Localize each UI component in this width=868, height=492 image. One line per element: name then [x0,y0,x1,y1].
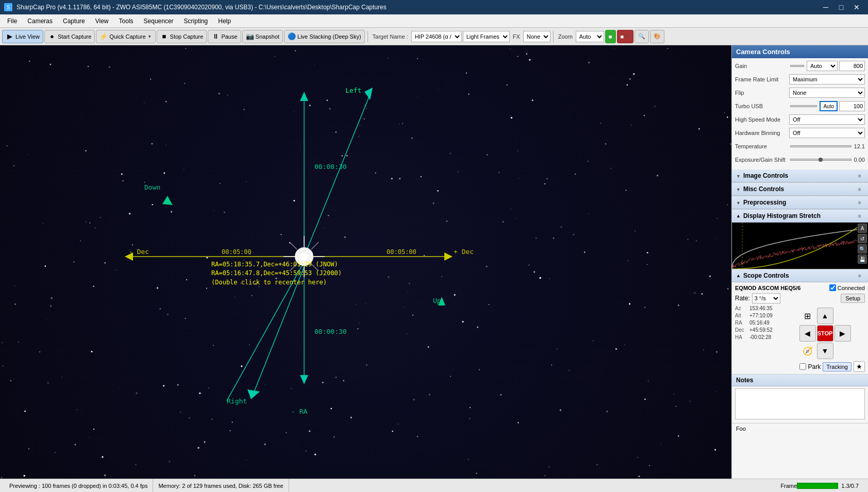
scope-dpad: ⊞ ▲ ◀ STOP ▶ 🧭 ▼ [799,308,865,359]
scope-down-button[interactable]: ▼ [817,343,833,359]
menu-sequencer[interactable]: Sequencer [139,14,179,27]
snapshot-button[interactable]: 📷 Snapshot [242,30,283,43]
histogram-header[interactable]: ▲ Display Histogram Stretch ≡ [732,210,868,223]
gain-slider[interactable] [790,65,804,67]
histogram-menu-icon[interactable]: ≡ [856,212,864,220]
scope-menu-icon[interactable]: ≡ [856,272,864,280]
minimize-button[interactable]: ─ [819,2,833,13]
az-row: Az 153:46:35 [735,306,795,311]
startcapture-button[interactable]: ● Start Capture [44,30,95,43]
color-picker-btn[interactable]: 🎨 [650,30,664,43]
window-controls: ─ □ ✕ [819,2,864,13]
scope-connected-checkbox[interactable] [829,284,836,291]
turbousb-auto-btn[interactable]: Auto [820,101,838,111]
scope-setup-button[interactable]: Setup [841,294,865,303]
histo-zoom-btn[interactable]: 🔍 [858,244,867,253]
scope-up-button[interactable]: ▲ [817,308,833,324]
scope-controls-section: ▲ Scope Controls ≡ EQMOD ASCOM HEQ5/6 Co… [732,269,868,375]
red-icon-btn[interactable]: ■ ▼ [617,30,634,43]
hwbinning-value: Off 2x2 4x4 [789,128,865,138]
camera-controls-body: Gain Auto Manual Frame Rate Limit Maximu… [732,58,868,169]
exposuregain-row: Exposure/Gain Shift 0.00 [735,154,865,165]
liveview-button[interactable]: ▶ Live View [2,30,43,43]
livestacking-button[interactable]: 🔵 Live Stacking (Deep Sky) [284,30,365,43]
menu-file[interactable]: File [2,14,22,27]
menu-view[interactable]: View [90,14,114,27]
preprocessing-menu-icon[interactable]: ≡ [856,198,864,207]
menu-capture[interactable]: Capture [58,14,90,27]
scope-dpad-br [834,343,851,359]
notes-header[interactable]: Notes [732,375,868,386]
tracking-button[interactable]: Tracking [823,362,852,371]
image-controls-collapse-icon [736,173,741,179]
image-controls-menu-icon[interactable]: ≡ [856,172,864,180]
close-button[interactable]: ✕ [849,2,864,13]
menu-cameras[interactable]: Cameras [22,14,58,27]
histo-save-btn[interactable]: 💾 [858,255,867,264]
misc-controls-title: Misc Controls [743,185,784,193]
green-icon-btn[interactable]: ■ [605,30,616,43]
rate-select[interactable]: 3 °/s 1 °/s 0.5 °/s [752,293,780,303]
scope-controls-body: EQMOD ASCOM HEQ5/6 Connected Rate: 3 °/s… [732,282,868,374]
scope-stop-button[interactable]: STOP [817,325,833,342]
turbousb-input[interactable] [839,101,865,111]
temperature-label: Temperature [735,143,789,149]
notes-section: Notes [732,375,868,423]
misc-controls-menu-icon[interactable]: ≡ [856,185,864,193]
notes-textarea[interactable] [735,388,865,419]
zoom-select[interactable]: Auto 25% 50% 100% 200% [576,31,604,42]
view-area[interactable]: Left 00:00:30 - Dec 00:05:00 0 [0,45,731,479]
flip-select[interactable]: None Horizontal Vertical Both [789,88,865,98]
temperature-row: Temperature 12.1 [735,141,865,152]
right-panel: Camera Controls Gain Auto Manual Frame R… [731,45,868,479]
gain-auto-select[interactable]: Auto Manual [807,61,838,71]
highspeed-select[interactable]: Off On [789,114,865,125]
turbousb-slider[interactable] [790,105,817,107]
histo-reset-btn[interactable]: ↺ [858,234,867,243]
scope-controls-header[interactable]: ▲ Scope Controls ≡ [732,269,868,282]
misc-controls-header[interactable]: Misc Controls ≡ [732,183,868,196]
red-icon: ■ [621,33,624,40]
alt-label: Alt [735,313,749,318]
quickcapture-button[interactable]: ⚡ Quick Capture ▼ [96,30,155,43]
scope-dpad-bl: 🧭 [799,343,816,359]
park-checkbox[interactable] [799,363,806,370]
menubar: File Cameras Capture View Tools Sequence… [0,14,868,28]
menu-scripting[interactable]: Scripting [179,14,213,27]
compass-icon[interactable]: 🧭 [803,346,813,356]
scope-left-button[interactable]: ◀ [799,325,816,342]
image-controls-header[interactable]: Image Controls ≡ [732,169,868,182]
scope-home-icon[interactable]: ⊞ [804,311,811,321]
scope-device-name: EQMOD ASCOM HEQ5/6 [735,285,800,291]
memory-status: Memory: 2 of 129 frames used, Disk: 265 … [153,479,289,492]
frametype-select[interactable]: Light Frames [463,31,510,42]
framerate-select[interactable]: Maximum [789,74,865,84]
histogram-title: Display Histogram Stretch [743,212,821,219]
alt-row: Alt +77:10:09 [735,313,795,318]
maximize-button[interactable]: □ [834,2,848,13]
search-icon-btn[interactable]: 🔍 [635,30,649,43]
histo-auto-btn[interactable]: A [858,224,867,233]
preprocessing-header[interactable]: Preprocessing ≡ [732,196,868,209]
rate-row: Rate: 3 °/s 1 °/s 0.5 °/s [735,293,780,303]
targetname-select[interactable]: HIP 24608 (α / [411,31,462,42]
quickcapture-icon: ⚡ [99,32,108,41]
scope-right-button[interactable]: ▶ [834,325,851,342]
temperature-slider[interactable] [790,145,852,147]
star-button[interactable]: ★ [854,361,865,372]
pause-button[interactable]: ⏸ Pause [208,30,241,43]
gain-input[interactable] [839,61,865,71]
hwbinning-select[interactable]: Off 2x2 4x4 [789,128,865,138]
exposuregain-slider[interactable] [790,159,852,161]
notes-title: Notes [736,377,753,384]
pause-icon: ⏸ [211,32,220,41]
quickcapture-dropdown-arrow: ▼ [147,34,152,39]
turbousb-row: Turbo USB Auto [735,100,865,112]
camera-controls-header: Camera Controls [732,45,868,58]
stopcapture-button[interactable]: ■ Stop Capture [157,30,207,43]
histogram-display[interactable]: A ↺ 🔍 💾 [732,223,868,269]
menu-help[interactable]: Help [213,14,236,27]
menu-tools[interactable]: Tools [114,14,139,27]
color-icon: 🎨 [654,33,661,40]
fx-select[interactable]: None [523,31,550,42]
